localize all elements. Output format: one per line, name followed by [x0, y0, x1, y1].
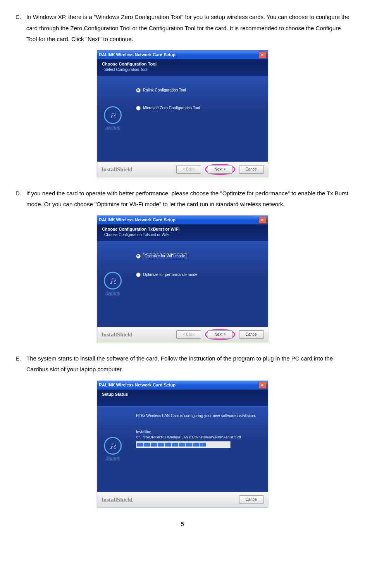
ralink-logo: Ralink — [104, 106, 122, 131]
back-button: < Back — [176, 165, 201, 174]
panel-body: Ralink RT6x Wireless LAN Card is configu… — [97, 407, 268, 492]
item-letter: E. — [15, 353, 26, 375]
panel-title: Choose Configuration Tool — [102, 62, 263, 67]
installshield-label: InstallShield — [101, 496, 133, 503]
back-button: < Back — [176, 330, 201, 339]
list-item-c: C. In Windows XP, there is a "Windows Ze… — [15, 12, 350, 45]
panel-header: Setup Status — [97, 390, 268, 407]
screenshot-3: RALINK Wireless Network Card Setup × Set… — [15, 381, 350, 507]
installing-label: Installing — [136, 430, 260, 435]
ralink-logo: Ralink — [104, 272, 122, 297]
radio-icon — [136, 88, 141, 93]
install-path: C:\...\RALINK\RT6x Wireless LAN Card\Ins… — [136, 435, 260, 440]
sidebar-logo-area: Ralink — [97, 407, 128, 492]
next-highlight-oval: Next > — [205, 164, 235, 175]
content-area: Ralink Configuration Tool Microsoft Zero… — [128, 76, 268, 162]
button-bar: InstallShield < Back Next > Cancel — [97, 327, 268, 342]
radio-icon — [136, 254, 141, 259]
install-window: RALINK Wireless Network Card Setup × Cho… — [97, 50, 268, 177]
panel-subtitle: Choose Configuration TxBurst or WiFi — [104, 233, 263, 237]
radio-label: Optimize for performance mode — [143, 272, 198, 277]
install-window: RALINK Wireless Network Card Setup × Cho… — [97, 216, 268, 342]
panel-body: Ralink Ralink Configuration Tool Microso… — [97, 76, 268, 162]
button-bar: InstallShield < Back Next > Cancel — [97, 162, 268, 177]
radio-option-2[interactable]: Microsoft Zero Configuration Tool — [136, 106, 260, 110]
installshield-label: InstallShield — [101, 331, 133, 338]
close-icon[interactable]: × — [258, 382, 266, 389]
radio-option-1[interactable]: Ralink Configuration Tool — [136, 88, 260, 93]
sidebar-logo-area: Ralink — [97, 241, 128, 327]
titlebar: RALINK Wireless Network Card Setup × — [97, 51, 268, 59]
ralink-logo: Ralink — [104, 437, 122, 462]
window-title: RALINK Wireless Network Card Setup — [99, 217, 176, 222]
page-number: 5 — [15, 519, 350, 529]
radio-icon — [136, 272, 141, 277]
next-button[interactable]: Next > — [208, 165, 232, 174]
close-icon[interactable]: × — [258, 217, 266, 224]
content-area: Optimize for WiFi mode Optimize for perf… — [128, 241, 268, 327]
content-area: RT6x Wireless LAN Card is configuring yo… — [128, 407, 268, 492]
button-bar: InstallShield Cancel — [97, 492, 268, 507]
sidebar-logo-area: Ralink — [97, 76, 128, 162]
list-item-d: D. If you need the card to operate with … — [15, 188, 350, 210]
cancel-button[interactable]: Cancel — [239, 330, 264, 339]
item-text: The system starts to install the softwar… — [26, 353, 350, 375]
logo-text: Ralink — [104, 126, 122, 131]
panel-body: Ralink Optimize for WiFi mode Optimize f… — [97, 241, 268, 327]
status-text: RT6x Wireless LAN Card is configuring yo… — [136, 414, 260, 418]
item-letter: D. — [15, 188, 26, 210]
installshield-label: InstallShield — [101, 166, 133, 173]
window-title: RALINK Wireless Network Card Setup — [99, 52, 176, 57]
panel-title: Setup Status — [102, 392, 263, 397]
logo-text: Ralink — [104, 291, 122, 297]
logo-text: Ralink — [104, 456, 122, 462]
install-window: RALINK Wireless Network Card Setup × Set… — [97, 381, 268, 507]
item-text: If you need the card to operate with bet… — [26, 188, 350, 210]
window-title: RALINK Wireless Network Card Setup — [99, 383, 176, 388]
titlebar: RALINK Wireless Network Card Setup × — [97, 216, 268, 224]
panel-title: Choose Configuration TxBurst or WiFi — [102, 227, 263, 232]
panel-subtitle: Select Configuration Tool — [104, 67, 263, 72]
radio-label: Optimize for WiFi mode — [143, 253, 186, 259]
radio-label: Microsoft Zero Configuration Tool — [143, 106, 200, 110]
next-highlight-oval: Next > — [205, 329, 235, 340]
item-letter: C. — [15, 12, 26, 45]
radio-icon — [136, 106, 141, 110]
close-icon[interactable]: × — [258, 52, 266, 59]
cancel-button[interactable]: Cancel — [239, 165, 264, 174]
progress-bar — [136, 441, 231, 448]
radio-option-2[interactable]: Optimize for performance mode — [136, 272, 260, 277]
screenshot-2: RALINK Wireless Network Card Setup × Cho… — [15, 216, 350, 342]
logo-icon — [104, 106, 122, 124]
cancel-button[interactable]: Cancel — [239, 495, 264, 504]
panel-subtitle — [104, 398, 263, 402]
panel-header: Choose Configuration TxBurst or WiFi Cho… — [97, 224, 268, 241]
logo-icon — [104, 272, 122, 290]
radio-label: Ralink Configuration Tool — [143, 88, 186, 93]
next-button[interactable]: Next > — [208, 330, 232, 339]
screenshot-1: RALINK Wireless Network Card Setup × Cho… — [15, 50, 350, 177]
item-text: In Windows XP, there is a "Windows Zero … — [26, 12, 350, 45]
list-item-e: E. The system starts to install the soft… — [15, 353, 350, 375]
logo-icon — [104, 437, 122, 455]
radio-option-1[interactable]: Optimize for WiFi mode — [136, 253, 260, 259]
panel-header: Choose Configuration Tool Select Configu… — [97, 59, 268, 76]
titlebar: RALINK Wireless Network Card Setup × — [97, 381, 268, 390]
